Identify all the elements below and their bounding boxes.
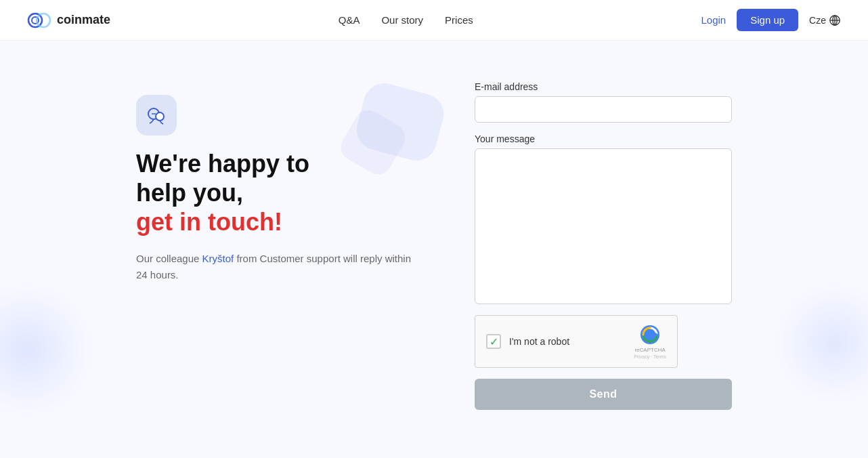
nav-right: Login Sign up Cze xyxy=(701,9,841,31)
message-label: Your message xyxy=(475,133,732,144)
svg-point-9 xyxy=(152,113,153,114)
heading-line1: We're happy to xyxy=(136,150,309,178)
lang-label: Cze xyxy=(809,15,826,26)
message-group: Your message xyxy=(475,133,732,304)
language-selector[interactable]: Cze xyxy=(809,14,841,26)
svg-point-0 xyxy=(28,14,42,27)
recaptcha-privacy-terms: Privacy · Terms xyxy=(634,354,666,359)
recaptcha-checkbox[interactable]: ✓ xyxy=(486,334,501,349)
email-label: E-mail address xyxy=(475,81,732,92)
nav-link-our-story[interactable]: Our story xyxy=(381,14,423,26)
email-input[interactable] xyxy=(475,96,732,123)
recaptcha-label: I'm not a robot xyxy=(509,336,569,347)
svg-point-8 xyxy=(156,112,164,121)
message-textarea[interactable] xyxy=(475,148,732,304)
heading-line2: help you, xyxy=(136,179,243,207)
chat-icon xyxy=(146,105,167,125)
contact-form: E-mail address Your message ✓ I'm not a … xyxy=(475,81,732,410)
recaptcha-right: reCAPTCHA Privacy · Terms xyxy=(634,324,666,359)
recaptcha-left: ✓ I'm not a robot xyxy=(486,334,569,349)
globe-icon xyxy=(829,14,841,26)
heading-line3: get in touch! xyxy=(136,208,282,236)
login-link[interactable]: Login xyxy=(701,14,726,26)
recaptcha-logo-icon xyxy=(639,324,661,346)
email-group: E-mail address xyxy=(475,81,732,123)
navbar: coinmate Q&A Our story Prices Login Sign… xyxy=(0,0,868,41)
logo-text: coinmate xyxy=(57,13,110,27)
main-heading: We're happy to help you, get in touch! xyxy=(136,149,420,237)
left-section: We're happy to help you, get in touch! O… xyxy=(136,81,420,283)
nav-link-qa[interactable]: Q&A xyxy=(339,14,360,26)
recaptcha-brand: reCAPTCHA xyxy=(634,347,665,353)
logo-icon xyxy=(27,12,51,28)
chat-icon-wrapper xyxy=(136,95,177,136)
svg-point-10 xyxy=(153,113,154,114)
nav-link-prices[interactable]: Prices xyxy=(445,14,473,26)
recaptcha-checkmark: ✓ xyxy=(490,335,498,348)
recaptcha-widget[interactable]: ✓ I'm not a robot reCAPTCHA Privacy · Te… xyxy=(475,315,678,368)
nav-links: Q&A Our story Prices xyxy=(339,14,473,26)
sub-text: Our colleague Kryštof from Customer supp… xyxy=(136,251,420,283)
signup-button[interactable]: Sign up xyxy=(737,9,798,31)
send-button[interactable]: Send xyxy=(475,379,732,410)
colleague-link[interactable]: Kryštof xyxy=(202,253,234,264)
main-content: We're happy to help you, get in touch! O… xyxy=(0,41,868,437)
svg-point-11 xyxy=(154,113,156,114)
logo[interactable]: coinmate xyxy=(27,12,110,28)
